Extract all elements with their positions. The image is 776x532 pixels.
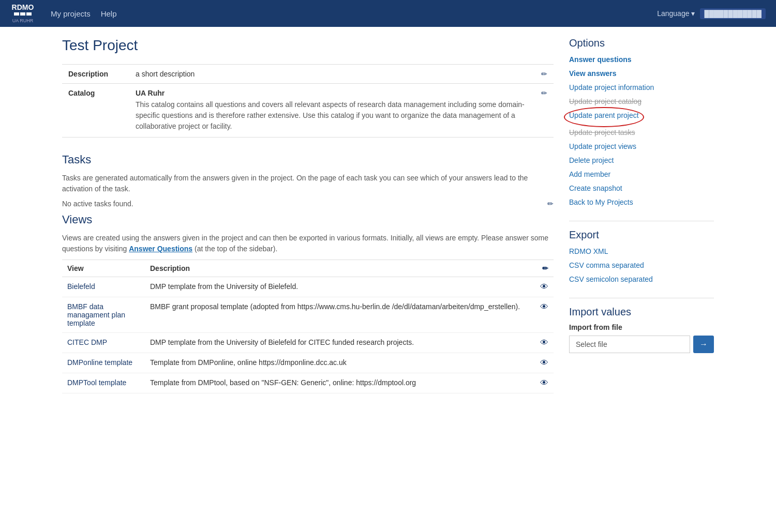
- logo-bar-1: [14, 12, 19, 16]
- options-section: Options Answer questionsView answersUpda…: [569, 37, 714, 208]
- sidebar-option-link[interactable]: Update project tasks: [569, 127, 714, 138]
- views-description: Views are created using the answers give…: [62, 233, 554, 254]
- sidebar: Options Answer questionsView answersUpda…: [569, 37, 714, 393]
- brand-logo[interactable]: RDMO UA RUHR: [10, 4, 35, 23]
- nav-item-help[interactable]: Help: [101, 9, 117, 18]
- eye-icon[interactable]: 👁: [540, 338, 548, 347]
- divider-2: [569, 298, 714, 298]
- view-name-cell: BMBF data managament plan template: [62, 297, 145, 333]
- import-go-button[interactable]: →: [693, 336, 714, 353]
- export-link[interactable]: CSV comma separated: [569, 260, 714, 271]
- import-from-file-label: Import from file: [569, 323, 714, 331]
- circled-item: Update parent project: [569, 110, 639, 124]
- view-desc-cell: DMP template from the University of Biel…: [145, 333, 535, 353]
- nav-links: My projects Help: [51, 9, 117, 18]
- export-title: Export: [569, 229, 714, 241]
- chevron-down-icon: ▾: [691, 9, 695, 18]
- tasks-title: Tasks: [62, 153, 554, 166]
- catalog-row: Catalog UA Ruhr This catalog contains al…: [62, 84, 554, 138]
- export-link[interactable]: RDMO XML: [569, 246, 714, 257]
- view-name-cell: Bielefeld: [62, 277, 145, 297]
- view-name-cell: DMPonline template: [62, 353, 145, 373]
- views-header-row: View Description ✏: [62, 260, 554, 277]
- sidebar-option-link[interactable]: Add member: [569, 169, 714, 180]
- rdmo-logo: RDMO UA RUHR: [10, 4, 35, 23]
- view-desc-cell: BMBF grant proposal template (adopted fr…: [145, 297, 535, 333]
- tasks-edit-icon[interactable]: ✏: [547, 200, 554, 208]
- sidebar-option-link[interactable]: Update parent project: [569, 110, 639, 121]
- table-row: CITEC DMP DMP template from the Universi…: [62, 333, 554, 353]
- sidebar-option-link[interactable]: View answers: [569, 68, 714, 79]
- sidebar-option-link[interactable]: Answer questions: [569, 54, 714, 65]
- view-eye-cell: 👁: [535, 297, 554, 333]
- eye-icon[interactable]: 👁: [540, 302, 548, 311]
- sidebar-option-link[interactable]: Back to My Projects: [569, 197, 714, 208]
- view-eye-cell: 👁: [535, 277, 554, 297]
- export-section: Export RDMO XMLCSV comma separatedCSV se…: [569, 229, 714, 285]
- description-edit-icon[interactable]: ✏: [541, 70, 547, 78]
- logo-bars: [14, 12, 32, 16]
- views-table: View Description ✏ Bielefeld DMP templat…: [62, 260, 554, 393]
- no-tasks-text: No active tasks found.: [62, 200, 133, 208]
- logo-sub: UA RUHR: [12, 18, 34, 23]
- description-label: Description: [62, 65, 129, 84]
- view-name-cell: CITEC DMP: [62, 333, 145, 353]
- tasks-description: Tasks are generated automatically from t…: [62, 173, 554, 194]
- nav-item-projects[interactable]: My projects: [51, 9, 91, 18]
- select-file-button[interactable]: Select file: [569, 336, 690, 353]
- logo-text: RDMO: [12, 4, 34, 11]
- catalog-cell: UA Ruhr This catalog contains all questi…: [129, 84, 535, 138]
- import-title: Import values: [569, 306, 714, 318]
- eye-icon[interactable]: 👁: [540, 378, 548, 387]
- view-link[interactable]: CITEC DMP: [67, 338, 107, 346]
- page-wrapper: Test Project Description a short descrip…: [52, 27, 724, 404]
- logo-bar-3: [26, 12, 32, 16]
- view-eye-cell: 👁: [535, 333, 554, 353]
- view-desc-cell: Template from DMPonline, online https://…: [145, 353, 535, 373]
- table-row: Bielefeld DMP template from the Universi…: [62, 277, 554, 297]
- view-link[interactable]: DMPonline template: [67, 358, 132, 367]
- col-view: View: [62, 260, 145, 277]
- views-title: Views: [62, 213, 554, 226]
- nav-link-help[interactable]: Help: [101, 9, 117, 18]
- user-info: ████████████: [700, 8, 766, 19]
- logo-bar-2: [20, 12, 25, 16]
- description-row: Description a short description ✏: [62, 65, 554, 84]
- answer-questions-link[interactable]: Answer Questions: [129, 245, 192, 253]
- import-row: Select file →: [569, 336, 714, 353]
- language-button[interactable]: Language ▾: [657, 9, 695, 18]
- export-link[interactable]: CSV semicolon separated: [569, 274, 714, 285]
- import-section: Import values Import from file Select fi…: [569, 306, 714, 353]
- table-row: BMBF data managament plan template BMBF …: [62, 297, 554, 333]
- options-title: Options: [569, 37, 714, 49]
- view-desc-cell: DMP template from the University of Biel…: [145, 277, 535, 297]
- view-name-cell: DMPTool template: [62, 373, 145, 393]
- view-eye-cell: 👁: [535, 373, 554, 393]
- view-link[interactable]: Bielefeld: [67, 282, 95, 291]
- description-value: a short description: [129, 65, 535, 84]
- logo-bars-2: UA RUHR: [12, 17, 34, 23]
- view-link[interactable]: BMBF data managament plan template: [67, 302, 125, 327]
- view-eye-cell: 👁: [535, 353, 554, 373]
- sidebar-option-link[interactable]: Update project views: [569, 141, 714, 152]
- options-links: Answer questionsView answersUpdate proje…: [569, 54, 714, 208]
- sidebar-option-link[interactable]: Update project catalog: [569, 96, 714, 107]
- export-links: RDMO XMLCSV comma separatedCSV semicolon…: [569, 246, 714, 285]
- nav-link-projects[interactable]: My projects: [51, 9, 91, 18]
- col-description: Description: [145, 260, 535, 277]
- catalog-description: This catalog contains all questions and …: [136, 99, 529, 132]
- view-link[interactable]: DMPTool template: [67, 378, 126, 387]
- sidebar-option-link[interactable]: Delete project: [569, 155, 714, 166]
- project-info-table: Description a short description ✏ Catalo…: [62, 64, 554, 138]
- view-desc-cell: Template from DMPtool, based on "NSF-GEN…: [145, 373, 535, 393]
- catalog-label: Catalog: [62, 84, 129, 138]
- divider-1: [569, 221, 714, 221]
- eye-icon[interactable]: 👁: [540, 358, 548, 367]
- catalog-name: UA Ruhr: [136, 89, 529, 97]
- sidebar-option-link[interactable]: Update project information: [569, 82, 714, 93]
- main-content: Test Project Description a short descrip…: [62, 37, 554, 393]
- sidebar-option-link[interactable]: Create snapshot: [569, 183, 714, 194]
- views-edit-icon[interactable]: ✏: [542, 264, 548, 272]
- catalog-edit-icon[interactable]: ✏: [541, 89, 547, 97]
- eye-icon[interactable]: 👁: [540, 282, 548, 291]
